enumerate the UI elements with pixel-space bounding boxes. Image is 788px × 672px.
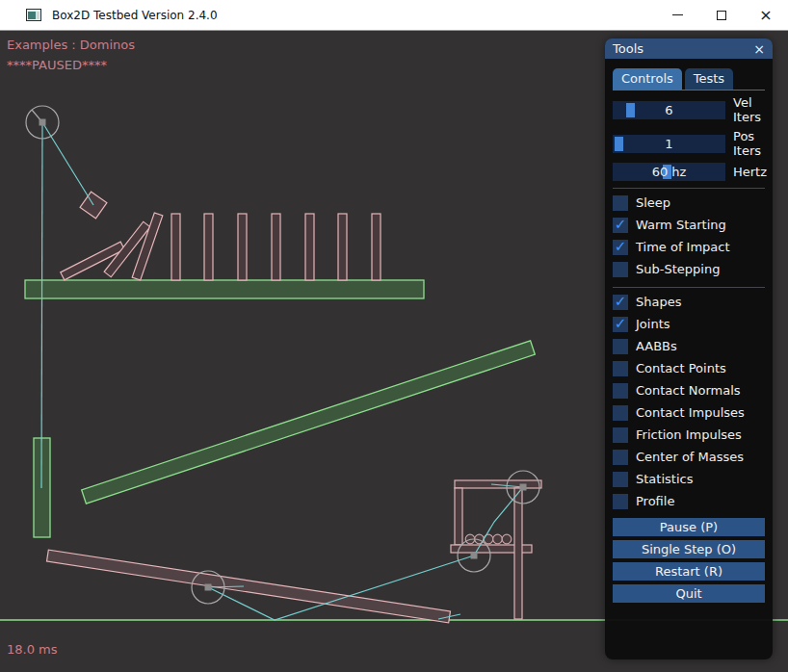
app-icon [26,9,41,21]
hertz-label: Hertz [733,165,767,179]
tab-controls[interactable]: Controls [613,68,682,90]
check-icon: ✓ [615,218,627,232]
sleep-checkbox[interactable]: ✓ [613,195,628,211]
physics-scene[interactable]: Examples : Dominos ****PAUSED**** 18.0 m… [0,31,788,672]
tools-panel-title: Tools [613,41,644,56]
shapes-checkbox[interactable]: ✓ [613,295,628,310]
center-of-masses-checkbox[interactable]: ✓ [613,450,628,465]
checkbox-contact-points[interactable]: ✓ Contact Points [613,357,765,379]
tools-panel-body: Controls Tests 6 Vel Iters 1 Pos Iters [605,59,773,603]
checkbox-contact-normals[interactable]: ✓ Contact Normals [613,379,765,401]
hertz-value: 60 hz [613,163,725,181]
slider-row-vel-iters: 6 Vel Iters [613,95,765,124]
slider-row-hertz: 60 hz Hertz [613,163,765,181]
checkbox-friction-impulses[interactable]: ✓ Friction Impulses [613,424,765,446]
checkbox-sub-stepping[interactable]: ✓ Sub-Stepping [613,258,765,280]
checkbox-center-of-masses[interactable]: ✓ Center of Masses [613,446,765,468]
slider-row-pos-iters: 1 Pos Iters [613,129,765,158]
contact-impulses-checkbox[interactable]: ✓ [613,405,628,421]
os-titlebar[interactable]: Box2D Testbed Version 2.4.0 × [0,0,788,31]
time-of-impact-checkbox[interactable]: ✓ [613,240,628,255]
checkbox-warm-starting[interactable]: ✓ Warm Starting [613,214,765,236]
frame-left-post [455,488,462,545]
tab-bar: Controls Tests [613,68,765,90]
upright-dominos [171,214,381,280]
separator [613,188,765,189]
vel-iters-slider[interactable]: 6 [613,101,725,119]
vel-iters-label: Vel Iters [733,95,765,124]
profile-checkbox[interactable]: ✓ [613,494,628,509]
single-step-button[interactable]: Single Step (O) [613,540,765,558]
statistics-checkbox[interactable]: ✓ [613,472,628,487]
warm-starting-checkbox[interactable]: ✓ [613,218,628,233]
joint-anchor-squares [39,119,527,591]
action-buttons: Pause (P) Single Step (O) Restart (R) Qu… [613,514,765,603]
frame-structure [451,480,541,619]
vel-iters-value: 6 [613,101,725,119]
check-icon: ✓ [615,240,627,254]
tools-panel: Tools × Controls Tests 6 Vel Iters 1 [605,39,773,659]
falling-domino-3 [132,213,163,280]
aabbs-checkbox[interactable]: ✓ [613,339,628,354]
pos-iters-label: Pos Iters [733,129,765,158]
joints-checkbox[interactable]: ✓ [613,317,628,332]
checkbox-profile[interactable]: ✓ Profile [613,490,765,512]
tab-tests[interactable]: Tests [685,68,733,90]
checkbox-sleep[interactable]: ✓ Sleep [613,192,765,214]
example-title: Examples : Dominos [7,38,135,52]
green-ramp [82,341,536,504]
frame-time: 18.0 ms [7,642,58,657]
checkbox-time-of-impact[interactable]: ✓ Time of Impact [613,236,765,258]
check-icon: ✓ [615,317,627,331]
app-window: { "window": { "title": "Box2D Testbed Ve… [0,0,788,672]
checkbox-aabbs[interactable]: ✓ AABBs [613,335,765,357]
pos-iters-slider[interactable]: 1 [613,135,725,153]
checkbox-shapes[interactable]: ✓ Shapes [613,291,765,313]
seesaw-plank [47,550,451,623]
tools-panel-titlebar[interactable]: Tools × [605,39,773,59]
checkbox-contact-impulses[interactable]: ✓ Contact Impulses [613,401,765,424]
separator [613,287,765,288]
maximize-icon [717,11,726,20]
frame-top-beam [455,480,541,488]
restart-button[interactable]: Restart (R) [613,562,765,581]
minimize-icon [672,14,683,15]
domino-platform [25,280,424,298]
maximize-button[interactable] [699,0,744,31]
checkbox-statistics[interactable]: ✓ Statistics [613,468,765,490]
pos-iters-value: 1 [613,135,725,153]
check-icon: ✓ [615,295,627,309]
contact-normals-checkbox[interactable]: ✓ [613,383,628,399]
tools-panel-close-icon[interactable]: × [753,42,765,56]
pause-button[interactable]: Pause (P) [613,518,765,536]
quit-button[interactable]: Quit [613,584,765,603]
close-button[interactable]: × [744,0,788,31]
friction-impulses-checkbox[interactable]: ✓ [613,427,628,443]
frame-right-post [514,488,522,619]
contact-points-checkbox[interactable]: ✓ [613,361,628,376]
paused-status: ****PAUSED**** [7,58,107,72]
close-icon: × [759,8,772,23]
sub-stepping-checkbox[interactable]: ✓ [613,262,628,277]
window-controls: × [655,0,788,31]
minimize-button[interactable] [655,0,699,31]
hertz-slider[interactable]: 60 hz [613,163,725,181]
checkbox-joints[interactable]: ✓ Joints [613,313,765,335]
window-title: Box2D Testbed Version 2.4.0 [52,9,218,22]
